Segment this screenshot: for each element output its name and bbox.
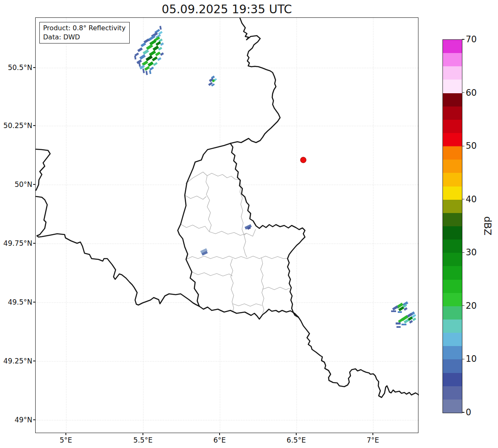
radar-echo-pixel xyxy=(398,311,402,313)
country-border xyxy=(36,196,199,306)
figure-title: 05.09.2025 19:35 UTC xyxy=(35,2,418,16)
radar-echo-pixel xyxy=(396,322,401,324)
colorbar-segment xyxy=(443,133,462,146)
radar-echo-pixel xyxy=(146,44,153,50)
colorbar-tick-label: 0 xyxy=(466,407,471,417)
colorbar-tick-mark xyxy=(462,92,464,93)
radar-echo-pixel xyxy=(412,317,416,321)
colorbar xyxy=(442,39,462,413)
radar-echo-pixel xyxy=(396,326,401,328)
radar-echo-pixel xyxy=(149,50,156,56)
y-tick-mark xyxy=(33,184,35,184)
product-info-box: Product: 0.8° Reflectivity Data: DWD xyxy=(39,22,130,44)
y-tick-label: 50°N xyxy=(0,180,32,189)
radar-echo-pixel xyxy=(152,46,159,51)
radar-echo-pixel xyxy=(147,61,154,67)
radar-echo-pixel xyxy=(138,63,141,67)
radar-echo-pixel xyxy=(149,70,152,74)
radar-echo-pixel xyxy=(139,54,146,60)
y-tick-mark xyxy=(33,125,35,126)
y-tick-mark xyxy=(33,419,35,420)
colorbar-segment xyxy=(443,386,462,400)
colorbar-segment xyxy=(443,120,462,133)
colorbar-segment xyxy=(443,186,462,200)
colorbar-segment xyxy=(443,226,462,240)
colorbar-segment xyxy=(443,400,462,413)
colorbar-segment xyxy=(443,107,462,120)
x-tick-label: 5.5°E xyxy=(124,436,162,444)
colorbar-segment xyxy=(443,146,462,160)
radar-echo-pixel xyxy=(160,52,164,56)
radar-site-marker xyxy=(300,157,306,163)
colorbar-tick-mark xyxy=(462,252,464,253)
x-tick-label: 6°E xyxy=(201,436,238,444)
y-tick-mark xyxy=(33,243,35,243)
colorbar-tick-label: 50 xyxy=(466,141,477,151)
colorbar-segment xyxy=(443,173,462,186)
y-tick-label: 49.25°N xyxy=(0,357,32,365)
colorbar-segment xyxy=(443,333,462,346)
y-tick-mark xyxy=(33,67,35,68)
colorbar-tick-mark xyxy=(462,305,464,306)
colorbar-segment xyxy=(443,200,462,213)
product-line: Product: 0.8° Reflectivity xyxy=(43,24,126,33)
colorbar-tick-mark xyxy=(462,199,464,199)
x-tick-mark xyxy=(296,433,296,435)
y-tick-mark xyxy=(33,361,35,361)
radar-echo-pixel xyxy=(392,305,398,311)
radar-echo-pixel xyxy=(409,320,413,324)
radar-echo-pixel xyxy=(145,71,148,75)
y-tick-label: 50.25°N xyxy=(0,121,32,130)
colorbar-segment xyxy=(443,160,462,173)
y-tick-label: 49°N xyxy=(0,416,32,424)
radar-echo-pixel xyxy=(157,57,161,61)
x-tick-mark xyxy=(372,433,373,435)
radar-echo-pixel xyxy=(134,56,137,60)
colorbar-segment xyxy=(443,293,462,306)
radar-echo-pixel xyxy=(149,67,154,71)
radar-echo-pixel xyxy=(143,49,149,55)
x-tick-label: 6.5°E xyxy=(278,436,315,444)
y-tick-label: 49.75°N xyxy=(0,239,32,247)
radar-echo-pixel xyxy=(143,68,145,73)
colorbar-segment xyxy=(443,280,462,293)
colorbar-segment xyxy=(443,213,462,226)
colorbar-tick-mark xyxy=(462,359,464,359)
colorbar-tick-label: 60 xyxy=(466,88,477,98)
colorbar-tick-label: 30 xyxy=(466,247,477,257)
data-source-line: Data: DWD xyxy=(43,33,126,42)
colorbar-segment xyxy=(443,253,462,266)
colorbar-segment xyxy=(443,373,462,386)
colorbar-segment xyxy=(443,346,462,359)
radar-echo-pixel xyxy=(404,307,407,311)
colorbar-tick-label: 40 xyxy=(466,194,477,204)
radar-echo-pixel xyxy=(152,56,157,61)
x-tick-mark xyxy=(65,433,66,435)
radar-echo-pixel xyxy=(145,55,152,61)
radar-echo-pixel xyxy=(398,318,404,323)
radar-echo-pixel xyxy=(142,61,148,66)
radar-echo-pixel xyxy=(401,324,406,325)
colorbar-segment xyxy=(443,93,462,107)
colorbar-tick-label: 20 xyxy=(466,301,477,311)
colorbar-segment xyxy=(443,359,462,373)
radar-echo-pixel xyxy=(160,26,162,30)
colorbar-tick-mark xyxy=(462,146,464,146)
radar-figure: 05.09.2025 19:35 UTC Product: 0.8° Refle… xyxy=(0,0,498,448)
radar-echo-pixel xyxy=(137,47,143,52)
colorbar-tick-label: 10 xyxy=(466,354,477,364)
colorbar-tick-label: 70 xyxy=(466,34,477,44)
colorbar-label: dBZ xyxy=(482,207,493,245)
country-border xyxy=(36,149,50,190)
radar-echo-pixel xyxy=(391,310,396,312)
colorbar-segment xyxy=(443,40,462,53)
colorbar-segment xyxy=(443,266,462,279)
colorbar-tick-mark xyxy=(462,412,464,412)
map-canvas xyxy=(36,18,419,433)
map-axes: Product: 0.8° Reflectivity Data: DWD xyxy=(35,17,418,433)
x-tick-label: 7°E xyxy=(354,436,392,444)
colorbar-tick-mark xyxy=(462,39,464,39)
radar-echo-pixel xyxy=(144,66,150,71)
colorbar-segment xyxy=(443,80,462,93)
country-border xyxy=(230,18,280,143)
